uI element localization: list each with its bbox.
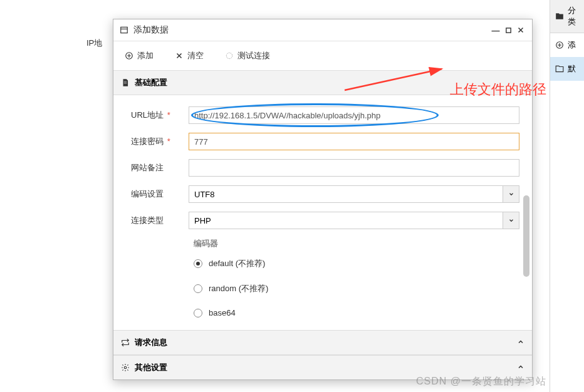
scrollbar[interactable] (523, 195, 531, 392)
close-button[interactable] (516, 25, 526, 35)
scrollbar-thumb[interactable] (523, 195, 529, 277)
dialog-toolbar: 添加 清空 测试连接 (113, 41, 532, 71)
encoder-option-label: random (不推荐) (209, 283, 268, 294)
radio-icon (194, 259, 202, 268)
encoder-option-base64[interactable]: base64 (194, 308, 519, 317)
spinner-icon (225, 51, 234, 60)
retweet-icon (121, 338, 130, 347)
minimize-button[interactable]: — (491, 25, 501, 35)
window-icon (120, 26, 128, 34)
maximize-button[interactable] (503, 25, 513, 35)
category-add-label: 添 (568, 39, 576, 51)
note-label: 网站备注 (126, 162, 189, 173)
encoder-title: 编码器 (194, 238, 519, 249)
section-basic-title: 基础配置 (135, 77, 167, 88)
category-header: 分类 (550, 0, 584, 33)
svg-rect-3 (506, 28, 510, 32)
add-button-label: 添加 (137, 50, 154, 61)
chevron-down-icon (503, 186, 519, 202)
folder-solid-icon (555, 12, 564, 21)
category-item-label: 默 (568, 63, 576, 75)
note-input[interactable] (189, 159, 519, 177)
encode-select-value: UTF8 (194, 190, 215, 199)
conn-type-value: PHP (194, 216, 211, 225)
svg-point-6 (124, 366, 127, 369)
watermark: CSDN @一条贤鱼的学习站 (416, 375, 546, 388)
add-data-dialog: 添加数据 — 添加 清空 测试连接 (113, 19, 533, 380)
password-input[interactable] (189, 133, 519, 150)
url-input[interactable] (189, 106, 519, 124)
section-basic-header[interactable]: 基础配置 (113, 71, 532, 95)
dialog-titlebar[interactable]: 添加数据 — (113, 19, 532, 41)
column-header-ip: IP地 (86, 38, 102, 49)
radio-icon (194, 284, 202, 293)
test-connection-label: 测试连接 (237, 50, 270, 61)
encoder-option-random[interactable]: random (不推荐) (194, 283, 519, 294)
plus-circle-icon (555, 41, 564, 49)
category-header-label: 分类 (568, 5, 579, 28)
conn-type-label: 连接类型 (126, 215, 189, 226)
dialog-title: 添加数据 (133, 24, 491, 36)
category-add-row[interactable]: 添 (550, 33, 584, 57)
form-body: URL地址 * 连接密码 * 网站备注 编码设置 UTF8 连接类型 PHP (113, 95, 532, 330)
encoder-option-label: base64 (209, 308, 236, 317)
section-other-title: 其他设置 (135, 362, 167, 373)
encoder-option-label: default (不推荐) (209, 258, 265, 269)
svg-point-5 (226, 53, 232, 58)
category-item-default[interactable]: 默 (550, 57, 584, 81)
conn-type-select[interactable]: PHP (189, 212, 519, 229)
encoder-option-default[interactable]: default (不推荐) (194, 258, 519, 269)
clear-button[interactable]: 清空 (170, 48, 209, 64)
password-label: 连接密码 * (126, 136, 189, 147)
add-button[interactable]: 添加 (120, 48, 159, 64)
test-connection-button[interactable]: 测试连接 (220, 48, 275, 64)
url-label: URL地址 * (126, 110, 189, 121)
plus-circle-icon (125, 51, 133, 60)
clear-button-label: 清空 (187, 50, 204, 61)
section-request-title: 请求信息 (135, 337, 167, 348)
svg-rect-1 (121, 27, 128, 33)
category-panel: 分类 添 默 (550, 0, 584, 392)
close-icon (175, 51, 184, 60)
radio-icon (194, 309, 202, 317)
encode-label: 编码设置 (126, 188, 189, 200)
section-request-header[interactable]: 请求信息 (113, 330, 532, 355)
encode-select[interactable]: UTF8 (189, 185, 519, 203)
folder-outline-icon (555, 64, 564, 73)
gear-icon (121, 363, 130, 372)
chevron-down-icon (503, 212, 519, 229)
document-icon (121, 78, 130, 87)
